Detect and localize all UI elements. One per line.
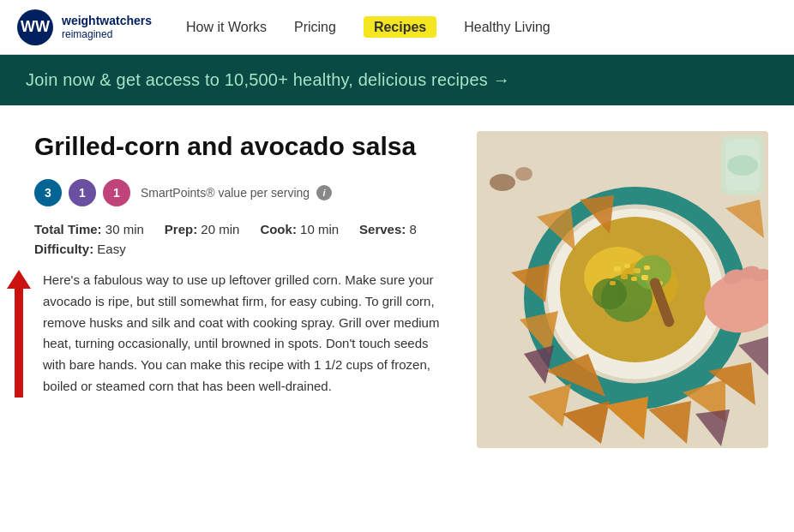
svg-rect-16 <box>641 275 648 280</box>
nav-item-how-it-works[interactable]: How it Works <box>186 20 267 35</box>
recipe-details: Grilled-corn and avocado salsa 3 1 1 Sma… <box>34 131 442 448</box>
promo-banner[interactable]: Join now & get access to 10,500+ healthy… <box>0 55 794 105</box>
smart-points-row: 3 1 1 SmartPoints® value per serving i <box>34 179 442 206</box>
info-icon[interactable]: i <box>316 185 332 200</box>
description-container: Here's a fabulous way to use up leftover… <box>34 270 442 398</box>
total-time-label: Total Time: 30 min <box>34 222 144 236</box>
brand-name: weightwatchers <box>62 14 152 28</box>
nav-link-recipes[interactable]: Recipes <box>364 16 436 38</box>
svg-rect-12 <box>634 268 641 273</box>
recipe-title: Grilled-corn and avocado salsa <box>34 131 442 162</box>
meta-row: Total Time: 30 min Prep: 20 min Cook: 10… <box>34 222 442 236</box>
difficulty-row: Difficulty: Easy <box>34 242 442 256</box>
svg-rect-14 <box>621 274 628 279</box>
svg-point-44 <box>515 167 532 181</box>
serves-label: Serves: 8 <box>359 222 417 236</box>
recipe-description: Here's a fabulous way to use up leftover… <box>43 270 442 398</box>
red-arrow <box>9 270 29 398</box>
nav-link-how-it-works[interactable]: How it Works <box>186 20 267 34</box>
svg-rect-13 <box>644 266 650 270</box>
sp-value-0: 3 <box>45 186 51 200</box>
nav-link-pricing[interactable]: Pricing <box>294 20 336 34</box>
svg-rect-15 <box>631 277 637 281</box>
main-content: Grilled-corn and avocado salsa 3 1 1 Sma… <box>0 105 794 474</box>
cook-label: Cook: 10 min <box>260 222 339 236</box>
recipe-image <box>477 131 768 448</box>
svg-point-42 <box>727 155 758 176</box>
logo-circle: WW <box>17 9 53 45</box>
arrow-shaft <box>15 289 23 398</box>
food-photo <box>477 131 768 448</box>
banner-text: Join now & get access to 10,500+ healthy… <box>26 70 510 89</box>
nav-links: How it Works Pricing Recipes Healthy Liv… <box>186 20 550 35</box>
sp-badge-purple: 1 <box>69 179 96 206</box>
logo-link[interactable]: WW weightwatchers reimagined <box>17 9 152 45</box>
sp-badge-pink: 1 <box>103 179 130 206</box>
logo-initials: WW <box>21 18 50 36</box>
sp-badge-blue: 3 <box>34 179 62 206</box>
prep-label: Prep: 20 min <box>165 222 240 236</box>
sp-value-1: 1 <box>79 186 86 200</box>
brand-tagline: reimagined <box>62 28 152 40</box>
navbar: WW weightwatchers reimagined How it Work… <box>0 0 794 55</box>
sp-label: SmartPoints® value per serving <box>141 186 310 200</box>
nav-link-healthy-living[interactable]: Healthy Living <box>464 20 550 34</box>
svg-rect-18 <box>610 281 616 285</box>
logo-text: weightwatchers reimagined <box>62 14 152 40</box>
svg-rect-11 <box>624 264 630 268</box>
nav-item-recipes[interactable]: Recipes <box>364 20 436 35</box>
nav-item-pricing[interactable]: Pricing <box>294 20 336 35</box>
arrow-head <box>7 270 31 289</box>
sp-value-2: 1 <box>113 186 120 200</box>
nav-item-healthy-living[interactable]: Healthy Living <box>464 20 550 35</box>
svg-rect-10 <box>614 266 621 272</box>
svg-point-43 <box>490 174 515 191</box>
